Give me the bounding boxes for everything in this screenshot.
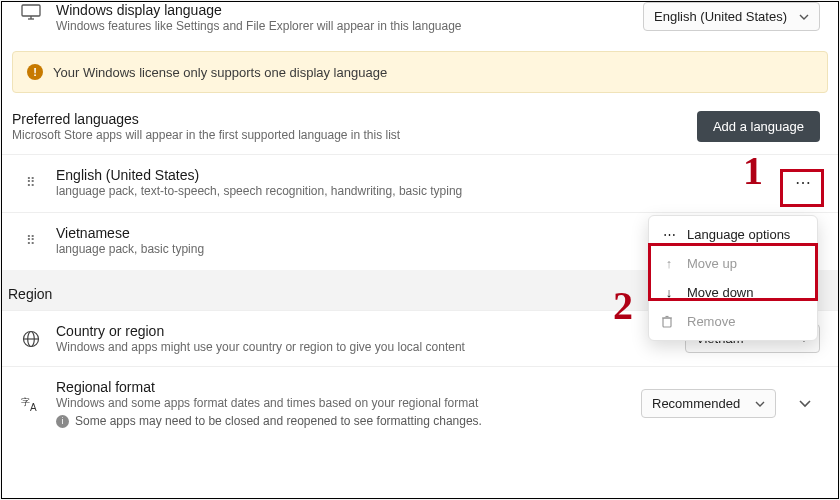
regional-format-row: 字A Regional format Windows and some apps… bbox=[2, 366, 838, 440]
warning-icon: ! bbox=[27, 64, 43, 80]
drag-handle-icon[interactable]: ⠿ bbox=[20, 233, 42, 248]
display-language-title: Windows display language bbox=[56, 2, 629, 18]
trash-icon bbox=[661, 315, 677, 329]
display-language-sub: Windows features like Settings and File … bbox=[56, 19, 629, 33]
display-language-dropdown[interactable]: English (United States) bbox=[643, 2, 820, 31]
regional-format-dropdown[interactable]: Recommended bbox=[641, 389, 776, 418]
menu-label: Remove bbox=[687, 314, 735, 329]
language-format-icon: 字A bbox=[20, 395, 42, 413]
annotation-number-2: 2 bbox=[613, 282, 633, 329]
language-features: language pack, text-to-speech, speech re… bbox=[56, 184, 772, 198]
info-icon: i bbox=[56, 415, 69, 428]
preferred-languages-sub: Microsoft Store apps will appear in the … bbox=[12, 128, 400, 142]
regional-format-sub: Windows and some apps format dates and t… bbox=[56, 396, 627, 410]
display-language-row: Windows display language Windows feature… bbox=[2, 2, 838, 43]
regional-format-title: Regional format bbox=[56, 379, 627, 395]
menu-move-down[interactable]: ↓ Move down bbox=[649, 278, 817, 307]
ellipsis-icon: ⋯ bbox=[661, 227, 677, 242]
country-region-sub: Windows and apps might use your country … bbox=[56, 340, 671, 354]
regional-format-value: Recommended bbox=[652, 396, 740, 411]
globe-icon bbox=[20, 330, 42, 348]
license-warning-text: Your Windows license only supports one d… bbox=[53, 65, 387, 80]
menu-label: Move down bbox=[687, 285, 753, 300]
svg-rect-0 bbox=[22, 5, 40, 16]
svg-text:字: 字 bbox=[21, 397, 30, 407]
monitor-icon bbox=[20, 2, 42, 20]
chevron-down-icon bbox=[799, 14, 809, 20]
arrow-down-icon: ↓ bbox=[661, 285, 677, 300]
regional-format-info: i Some apps may need to be closed and re… bbox=[56, 414, 627, 428]
add-language-button[interactable]: Add a language bbox=[697, 111, 820, 142]
language-name: English (United States) bbox=[56, 167, 772, 183]
menu-label: Language options bbox=[687, 227, 790, 242]
regional-format-info-text: Some apps may need to be closed and reop… bbox=[75, 414, 482, 428]
menu-remove: Remove bbox=[649, 307, 817, 336]
svg-rect-8 bbox=[663, 318, 671, 327]
arrow-up-icon: ↑ bbox=[661, 256, 677, 271]
display-language-value: English (United States) bbox=[654, 9, 787, 24]
language-context-menu: ⋯ Language options ↑ Move up ↓ Move down… bbox=[648, 215, 818, 341]
more-options-button[interactable]: ⋯ bbox=[786, 168, 820, 198]
preferred-languages-header: Preferred languages Microsoft Store apps… bbox=[2, 107, 838, 154]
ellipsis-icon: ⋯ bbox=[795, 173, 811, 192]
country-region-title: Country or region bbox=[56, 323, 671, 339]
menu-language-options[interactable]: ⋯ Language options bbox=[649, 220, 817, 249]
menu-move-up: ↑ Move up bbox=[649, 249, 817, 278]
drag-handle-icon[interactable]: ⠿ bbox=[20, 175, 42, 190]
license-warning-banner: ! Your Windows license only supports one… bbox=[12, 51, 828, 93]
expand-toggle[interactable] bbox=[790, 400, 820, 408]
language-item-english: ⠿ English (United States) language pack,… bbox=[2, 154, 838, 212]
chevron-down-icon bbox=[755, 401, 765, 407]
menu-label: Move up bbox=[687, 256, 737, 271]
svg-text:A: A bbox=[30, 402, 37, 413]
preferred-languages-title: Preferred languages bbox=[12, 111, 400, 127]
annotation-number-1: 1 bbox=[743, 147, 763, 194]
